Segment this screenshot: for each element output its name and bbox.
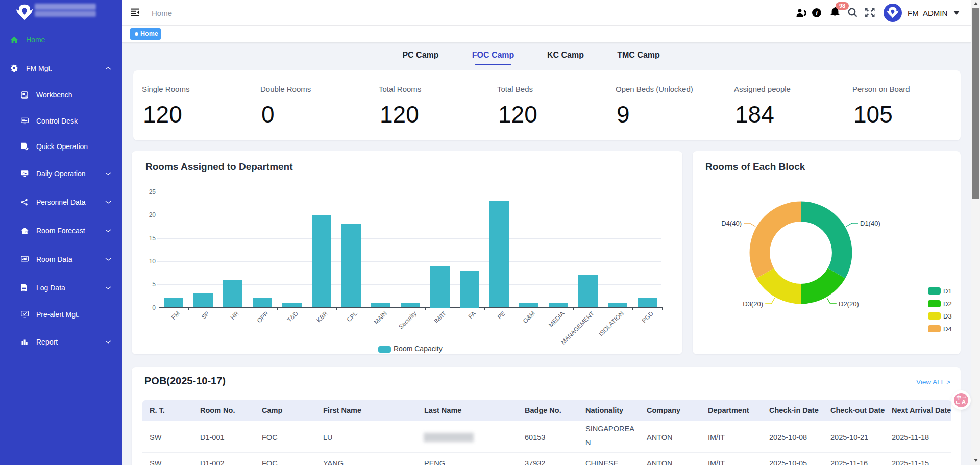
svg-text:i: i [816, 9, 818, 17]
